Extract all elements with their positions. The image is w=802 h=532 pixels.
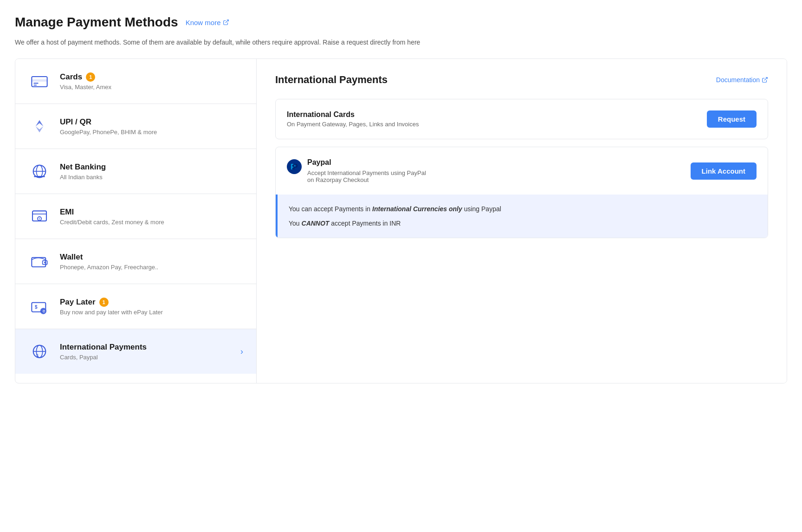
svg-line-26 bbox=[764, 78, 767, 80]
sidebar-item-upi-content: UPI / QR GooglePay, PhonePe, BHIM & more bbox=[60, 117, 243, 136]
doc-external-link-icon bbox=[762, 77, 768, 83]
sidebar-item-international-content: International Payments Cards, Paypal bbox=[60, 343, 237, 361]
sidebar-item-international[interactable]: $ International Payments Cards, Paypal › bbox=[15, 329, 256, 374]
sidebar-item-netbanking[interactable]: Net Banking All Indian banks bbox=[15, 149, 256, 194]
sidebar-item-international-title: International Payments bbox=[60, 343, 237, 352]
sidebar-item-emi-title: EMI bbox=[60, 208, 243, 217]
paypal-text-content: Paypal Accept International Payments usi… bbox=[307, 158, 426, 183]
sidebar-item-emi-content: EMI Credit/Debit cards, Zest money & mor… bbox=[60, 208, 243, 226]
right-panel-title: International Payments bbox=[275, 74, 388, 86]
sidebar-item-cards-subtitle: Visa, Master, Amex bbox=[60, 84, 243, 91]
svg-marker-5 bbox=[36, 120, 44, 126]
cards-badge: 1 bbox=[86, 72, 95, 82]
international-cards-card: International Cards On Payment Gateway, … bbox=[275, 99, 768, 139]
page-description: We offer a host of payment methods. Some… bbox=[15, 37, 787, 47]
sidebar-item-emi[interactable]: ₹ EMI Credit/Debit cards, Zest money & m… bbox=[15, 194, 256, 239]
international-icon: $ bbox=[28, 340, 51, 363]
sidebar-item-paylater-subtitle: Buy now and pay later with ePay Later bbox=[60, 309, 243, 316]
paypal-title: Paypal bbox=[307, 158, 426, 167]
sidebar-item-cards-content: Cards 1 Visa, Master, Amex bbox=[60, 72, 243, 91]
svg-text:⏱: ⏱ bbox=[42, 310, 45, 313]
international-cards-info: International Cards On Payment Gateway, … bbox=[287, 110, 707, 128]
paypal-logo-icon: P P bbox=[287, 159, 302, 174]
svg-line-0 bbox=[225, 20, 228, 23]
sidebar-item-upi[interactable]: UPI / QR GooglePay, PhonePe, BHIM & more bbox=[15, 104, 256, 149]
svg-text:$: $ bbox=[36, 353, 39, 358]
international-cards-title: International Cards bbox=[287, 110, 707, 119]
page-title: Manage Payment Methods bbox=[15, 15, 178, 30]
sidebar-item-wallet-content: Wallet Phonepe, Amazon Pay, Freecharge.. bbox=[60, 253, 243, 271]
paypal-desc-line2: on Razorpay Checkout bbox=[307, 176, 426, 183]
link-account-button[interactable]: Link Account bbox=[691, 162, 757, 180]
sidebar: Cards 1 Visa, Master, Amex UPI / QR Goog… bbox=[15, 59, 257, 383]
international-cards-desc: On Payment Gateway, Pages, Links and Inv… bbox=[287, 121, 707, 128]
paypal-note-currencies: International Currencies only bbox=[372, 205, 462, 213]
wallet-icon bbox=[28, 250, 51, 272]
paylater-icon: $ ⏱ bbox=[28, 295, 51, 318]
cards-icon bbox=[28, 70, 51, 92]
netbanking-icon bbox=[28, 160, 51, 182]
sidebar-item-netbanking-subtitle: All Indian banks bbox=[60, 174, 243, 181]
paypal-desc-line1: Accept International Payments using PayP… bbox=[307, 169, 426, 176]
sidebar-item-wallet-title: Wallet bbox=[60, 253, 243, 262]
svg-text:₹: ₹ bbox=[39, 218, 40, 221]
international-cards-row: International Cards On Payment Gateway, … bbox=[287, 110, 757, 128]
paypal-note: You can accept Payments in International… bbox=[276, 195, 768, 238]
sidebar-item-cards-title: Cards 1 bbox=[60, 72, 243, 82]
sidebar-item-wallet[interactable]: Wallet Phonepe, Amazon Pay, Freecharge.. bbox=[15, 239, 256, 284]
sidebar-item-netbanking-content: Net Banking All Indian banks bbox=[60, 162, 243, 181]
svg-text:$: $ bbox=[35, 305, 38, 310]
request-button[interactable]: Request bbox=[707, 110, 757, 128]
sidebar-item-international-subtitle: Cards, Paypal bbox=[60, 354, 237, 361]
paypal-note-cannot: CANNOT bbox=[302, 220, 330, 227]
sidebar-item-cards[interactable]: Cards 1 Visa, Master, Amex bbox=[15, 59, 256, 104]
upi-icon bbox=[28, 115, 51, 137]
sidebar-item-upi-title: UPI / QR bbox=[60, 117, 243, 127]
documentation-link[interactable]: Documentation bbox=[716, 76, 768, 84]
know-more-label: Know more bbox=[186, 19, 221, 26]
chevron-right-icon: › bbox=[240, 347, 243, 357]
sidebar-item-paylater-content: Pay Later 1 Buy now and pay later with e… bbox=[60, 298, 243, 316]
emi-icon: ₹ bbox=[28, 205, 51, 227]
paypal-info: P P Paypal Accept International Payments… bbox=[287, 158, 426, 183]
svg-rect-2 bbox=[32, 79, 47, 82]
page-header: Manage Payment Methods Know more bbox=[15, 15, 787, 30]
svg-rect-10 bbox=[34, 176, 45, 177]
svg-point-17 bbox=[44, 262, 45, 263]
sidebar-item-paylater[interactable]: $ ⏱ Pay Later 1 Buy now and pay later wi… bbox=[15, 284, 256, 329]
main-container: Cards 1 Visa, Master, Amex UPI / QR Goog… bbox=[15, 58, 787, 383]
svg-marker-6 bbox=[36, 126, 44, 132]
paypal-note-line2: You CANNOT accept Payments in INR bbox=[289, 218, 757, 228]
sidebar-item-netbanking-title: Net Banking bbox=[60, 162, 243, 172]
sidebar-item-wallet-subtitle: Phonepe, Amazon Pay, Freecharge.. bbox=[60, 264, 243, 271]
sidebar-item-emi-subtitle: Credit/Debit cards, Zest money & more bbox=[60, 219, 243, 226]
paypal-note-line1: You can accept Payments in International… bbox=[289, 204, 757, 214]
paylater-badge: 1 bbox=[99, 298, 109, 307]
paypal-card-top: P P Paypal Accept International Payments… bbox=[276, 147, 768, 195]
sidebar-item-paylater-title: Pay Later 1 bbox=[60, 298, 243, 307]
external-link-icon bbox=[223, 19, 229, 26]
sidebar-item-upi-subtitle: GooglePay, PhonePe, BHIM & more bbox=[60, 129, 243, 136]
right-panel-header: International Payments Documentation bbox=[275, 74, 768, 86]
svg-text:P: P bbox=[293, 163, 298, 171]
documentation-label: Documentation bbox=[716, 76, 760, 84]
right-panel: International Payments Documentation Int… bbox=[257, 59, 787, 383]
know-more-link[interactable]: Know more bbox=[186, 19, 229, 26]
paypal-card: P P Paypal Accept International Payments… bbox=[275, 147, 768, 238]
